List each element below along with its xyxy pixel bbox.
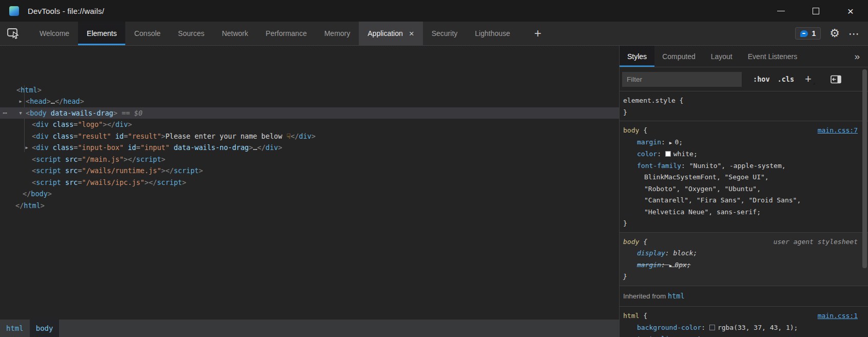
tab-security[interactable]: Security [423,22,467,45]
node-more-actions-icon[interactable]: ⋯ [3,107,7,119]
collapse-arrow-icon[interactable]: ▼ [17,107,24,119]
toggle-sidebar-button[interactable] [831,75,842,84]
sidebar-tab-styles[interactable]: Styles [620,46,654,67]
code-token: div [265,143,278,152]
css-property-value: center [685,335,709,337]
maximize-button[interactable] [798,0,833,22]
code-line: <div class="input-box" id="input" data-w… [0,142,619,154]
css-property-row[interactable]: margin: ▶ 0; [623,137,858,149]
settings-button[interactable]: ⚙ [830,28,840,39]
css-selector[interactable]: body [623,238,639,246]
css-selector[interactable]: body [623,126,639,134]
code-token: ☟ [286,132,291,140]
code-line: <head>…</head> [0,96,619,107]
close-button[interactable]: × [833,0,868,22]
code-token: data-wails-no-drag [169,143,248,152]
expand-shorthand-icon[interactable]: ▶ [669,263,675,268]
code-token: div [299,132,311,140]
code-token: > [145,178,149,186]
styles-scrollbar[interactable] [862,69,867,268]
css-property-value: block [673,249,693,257]
code-token: div [36,132,48,140]
stylesheet-link[interactable]: main.css:1 [818,310,858,322]
css-selector[interactable]: element.style [623,97,676,104]
new-style-rule-button[interactable]: + [805,72,815,86]
issues-counter-button[interactable]: 1 [795,27,821,40]
code-token: </ [149,178,157,186]
dom-tree-row[interactable]: </body> [0,188,619,200]
color-swatch[interactable] [709,325,715,330]
code-line: <script src="/wails/ipc.js"></script> [0,177,619,189]
tab-label: Sources [178,29,204,38]
tab-performance[interactable]: Performance [257,22,316,45]
css-property-row[interactable]: font-family: "Nunito", -apple-system,Bli… [623,160,858,218]
tab-memory[interactable]: Memory [316,22,359,45]
css-property-row[interactable]: display: block; [623,248,858,259]
breadcrumb-item-body[interactable]: body [30,320,60,337]
sidebar-tab-event-listeners[interactable]: Event Listeners [740,46,805,67]
code-token: src [61,166,78,175]
css-property-name[interactable]: font-family [637,162,681,170]
css-property-row[interactable]: text-align: center; [623,333,858,337]
expand-shorthand-icon[interactable]: ▶ [669,140,675,145]
dom-tree-row[interactable]: <div class="result" id="result">Please e… [0,130,619,142]
tab-label: Network [222,29,248,38]
css-property-name[interactable]: display [637,249,665,257]
tab-close-icon[interactable]: × [409,29,414,38]
dom-tree-row[interactable]: ▶<head>…</head> [0,96,619,107]
sidebar-tab-computed[interactable]: Computed [654,46,703,67]
tab-elements[interactable]: Elements [78,22,125,45]
expand-arrow-icon[interactable]: ▶ [24,142,30,154]
inherited-target-link[interactable]: html [668,292,685,300]
code-token: </ [165,166,173,175]
css-property-name[interactable]: background-color [637,324,701,331]
css-property-row[interactable]: margin: ▶ 8px; [623,259,858,272]
css-property-name[interactable]: color [637,150,657,158]
tab-console[interactable]: Console [125,22,169,45]
tab-welcome[interactable]: Welcome [31,22,78,45]
minimize-button[interactable] [763,0,798,22]
code-token: "/wails/ipc.js" [82,178,145,186]
element-class-toggle[interactable]: .cls [778,75,795,83]
tab-sources[interactable]: Sources [169,22,213,45]
color-swatch[interactable] [665,151,671,157]
inspect-element-icon [7,27,21,40]
css-property-name[interactable]: margin [637,138,661,146]
dom-tree-row[interactable]: <html> [0,84,619,96]
css-property-value: "Roboto", "Oxygen", "Ubuntu", [637,185,761,193]
dom-tree-row[interactable]: <script src="/main.js"></script> [0,154,619,165]
tab-label: Lighthouse [475,29,510,38]
tab-network[interactable]: Network [213,22,257,45]
dom-tree-row[interactable]: </html> [0,200,619,212]
dom-tree-row[interactable]: ▶<div class="input-box" id="input" data-… [0,142,619,154]
inspect-element-button[interactable] [0,22,27,45]
code-line: <html> [0,84,619,96]
more-tabs-button[interactable]: + [526,22,550,45]
breadcrumb-item-html[interactable]: html [0,320,30,337]
code-token: id [111,132,123,140]
close-icon: × [847,6,854,16]
tab-application[interactable]: Application× [359,22,422,45]
code-token: > [48,190,52,198]
css-property-row[interactable]: color: white; [623,148,858,160]
css-property-name[interactable]: margin [637,261,661,269]
css-property-name[interactable]: text-align [637,335,677,337]
css-property-row[interactable]: background-color: rgba(33, 37, 43, 1); [623,322,858,334]
dom-tree-row[interactable]: <script src="/wails/ipc.js"></script> [0,177,619,189]
code-token: < [32,166,36,175]
stylesheet-link[interactable]: main.css:7 [818,125,858,137]
styles-filter-input[interactable] [622,72,742,87]
expand-arrow-icon[interactable]: ▶ [17,96,24,107]
dom-tree-row[interactable]: ⋯▼<body data-wails-drag> == $0 [0,107,619,119]
dom-tree-row[interactable]: <div class="logo"></div> [0,119,619,130]
inherited-from-label: Inherited from [623,292,668,300]
pseudo-state-toggle[interactable]: :hov [753,75,770,83]
code-token: div [36,120,48,128]
code-token: < [32,132,36,140]
sidebar-tab-layout[interactable]: Layout [703,46,740,67]
customize-devtools-button[interactable]: ⋯ [848,28,860,39]
css-selector[interactable]: html [623,312,639,320]
more-panels-button[interactable]: » [846,46,868,67]
dom-tree-row[interactable]: <script src="/wails/runtime.js"></script… [0,165,619,177]
tab-lighthouse[interactable]: Lighthouse [466,22,519,45]
